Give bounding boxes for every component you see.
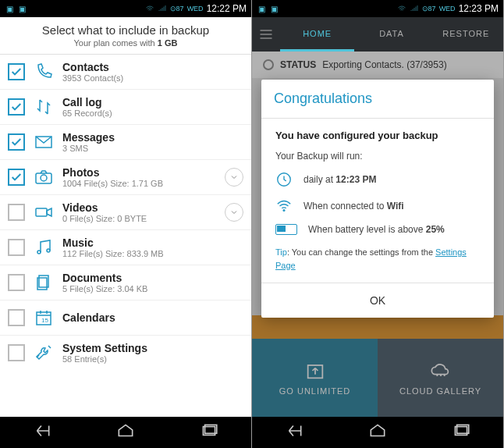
shop-icon: ▣ [17,4,27,13]
backup-header: Select what to include in backup Your pl… [0,17,251,55]
battery-icon: ⊙87 [422,5,436,12]
item-label: Music [62,236,243,249]
checkbox-icon[interactable] [8,98,25,116]
item-label: Calendars [62,311,243,324]
item-documents[interactable]: Documents5 File(s) Size: 3.04 KB [0,265,251,300]
back-icon[interactable] [284,421,304,444]
item-sub: 65 Record(s) [62,108,243,118]
nav-bar [0,417,251,448]
backup-list: Contacts3953 Contact(s) Call log65 Recor… [0,55,251,370]
svg-point-14 [283,210,285,212]
expand-icon[interactable] [225,203,243,222]
svg-point-2 [41,175,47,181]
item-label: Contacts [62,61,243,73]
svg-point-5 [47,249,50,252]
tab-home[interactable]: HOME [280,18,354,52]
recent-icon[interactable] [199,421,219,444]
item-messages[interactable]: Messages3 SMS [0,125,251,160]
item-photos[interactable]: Photos1004 File(s) Size: 1.71 GB [0,160,251,195]
toggle-icon [275,224,297,235]
status-day: WED [187,5,204,12]
envelope-icon [33,131,55,153]
item-calllog[interactable]: Call log65 Record(s) [0,90,251,125]
phone-left: ▣ ▣ ⊙87 WED 12:22 PM Select what to incl… [0,0,252,448]
item-sub: 58 Entrie(s) [62,354,243,364]
item-label: System Settings [62,342,243,354]
checkbox-icon[interactable] [8,133,25,151]
tab-restore[interactable]: RESTORE [429,18,503,52]
recent-icon[interactable] [451,421,471,444]
item-system-settings[interactable]: System Settings58 Entrie(s) [0,336,251,370]
back-icon[interactable] [32,421,52,444]
page-subtitle: Your plan comes with 1 GB [8,38,243,48]
checkbox-icon[interactable] [8,204,25,221]
phone-right: ▣ ▣ ⊙87 WED 12:23 PM HOME DATA RESTORE S… [252,0,504,448]
dialog-overlay: Congratulations You have configured your… [252,52,503,417]
congrats-dialog: Congratulations You have configured your… [261,80,494,318]
calendar-icon: 15 [33,307,55,329]
item-sub: 3953 Contact(s) [62,73,243,83]
shop-icon: ▣ [269,4,279,13]
checkbox-icon[interactable] [8,63,25,80]
tab-bar: HOME DATA RESTORE [252,17,503,52]
row-daily: daily at 12:23 PM [275,171,480,188]
checkbox-icon[interactable] [8,169,25,186]
signal-icon [410,4,419,13]
calllog-icon [33,96,55,118]
wifi-icon [145,4,154,13]
wifi-icon [397,4,406,13]
nav-bar [252,417,503,448]
dialog-runs: Your Backup will run: [275,151,480,162]
item-music[interactable]: Music112 File(s) Size: 833.9 MB [0,230,251,265]
status-time: 12:23 PM [459,3,499,14]
item-label: Messages [62,131,243,144]
row-wifi: When connected to Wifi [275,197,480,215]
phone-icon [33,61,55,83]
status-day: WED [439,5,456,12]
status-time: 12:22 PM [207,3,247,14]
item-label: Documents [62,272,243,284]
signal-icon [158,4,167,13]
item-sub: 5 File(s) Size: 3.04 KB [62,284,243,293]
home-icon[interactable] [115,421,136,444]
item-calendars[interactable]: 15 Calendars [0,300,251,336]
tab-data[interactable]: DATA [354,18,428,52]
dialog-tip: Tip: You can change the settings from th… [275,246,480,272]
battery-icon: ⊙87 [170,5,184,12]
video-icon [33,201,55,223]
download-icon: ▣ [257,4,266,13]
expand-icon[interactable] [225,168,243,187]
checkbox-icon[interactable] [8,274,25,291]
dialog-title: Congratulations [261,80,494,119]
item-contacts[interactable]: Contacts3953 Contact(s) [0,55,251,90]
item-label: Call log [62,96,243,108]
item-videos[interactable]: Videos0 File(s) Size: 0 BYTE [0,195,251,230]
status-bar: ▣ ▣ ⊙87 WED 12:23 PM [252,0,503,17]
item-sub: 3 SMS [62,144,243,153]
music-icon [33,236,55,258]
ok-button[interactable]: OK [261,283,494,318]
wifi-icon [275,197,293,215]
home-icon[interactable] [367,421,388,444]
download-icon: ▣ [5,4,14,13]
checkbox-icon[interactable] [8,344,25,361]
wrench-icon [33,342,55,364]
checkbox-icon[interactable] [8,309,25,326]
item-label: Videos [62,201,220,214]
status-bar: ▣ ▣ ⊙87 WED 12:22 PM [0,0,251,17]
item-sub: 112 File(s) Size: 833.9 MB [62,249,243,258]
svg-rect-3 [36,208,47,216]
item-label: Photos [62,166,220,179]
item-sub: 1004 File(s) Size: 1.71 GB [62,179,220,188]
menu-icon[interactable] [252,27,280,42]
row-battery: When battery level is above 25% [275,224,480,235]
item-sub: 0 File(s) Size: 0 BYTE [62,214,220,223]
documents-icon [33,272,55,293]
dialog-lead: You have configured your backup [275,130,480,141]
checkbox-icon[interactable] [8,239,25,256]
clock-icon [275,171,293,188]
svg-point-4 [37,251,41,254]
page-title: Select what to include in backup [8,23,243,37]
svg-text:15: 15 [41,317,48,324]
camera-icon [33,166,55,188]
